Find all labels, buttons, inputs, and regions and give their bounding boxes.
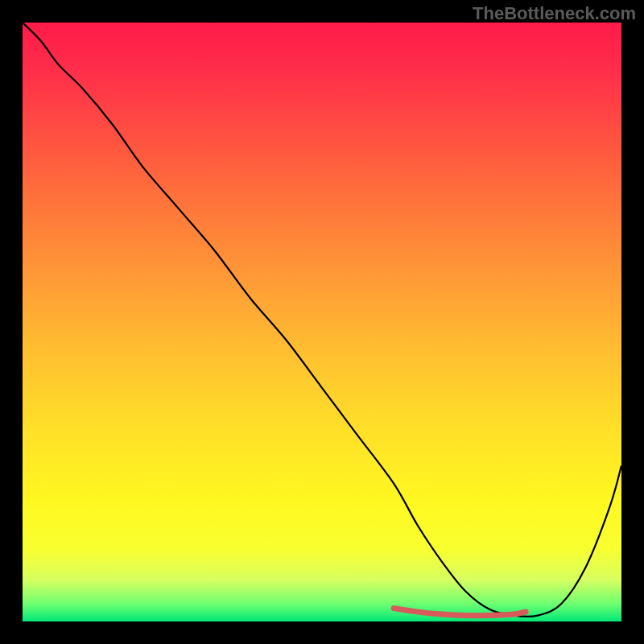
chart-svg bbox=[23, 23, 621, 621]
bottleneck-curve bbox=[23, 23, 621, 617]
watermark-text: TheBottleneck.com bbox=[473, 3, 636, 24]
optimal-range-marker bbox=[394, 609, 526, 616]
plot-area bbox=[23, 23, 621, 621]
